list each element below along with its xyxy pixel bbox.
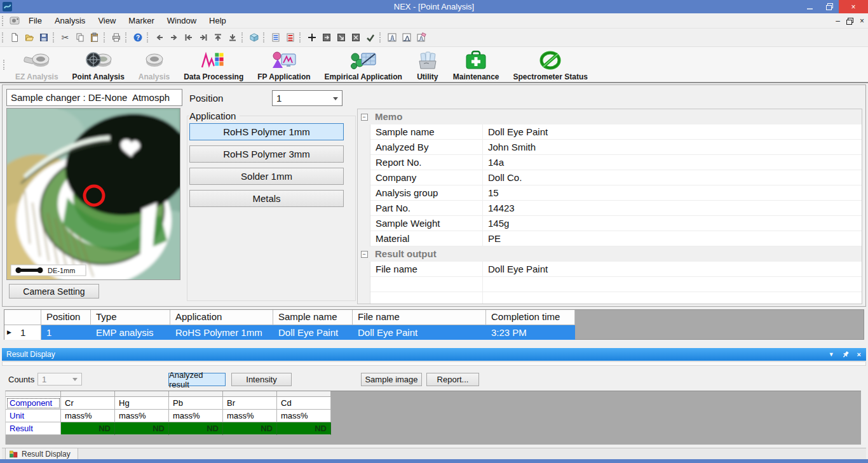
ribbon-spectrometer-status-button[interactable]: Spectrometer Status [506, 48, 595, 82]
move-first-icon[interactable] [181, 30, 196, 45]
menu-view[interactable]: View [92, 13, 122, 29]
cut-icon[interactable]: ✂ [58, 30, 72, 45]
memo-row-value[interactable]: 14a [483, 155, 862, 170]
memo-row-label: Company [370, 170, 483, 185]
queue-header-application[interactable]: Application [170, 310, 273, 325]
window-bottom-border [0, 459, 868, 463]
position-combobox[interactable]: 1 [272, 90, 342, 106]
panel-splitter[interactable] [2, 361, 866, 366]
tab-label: Result Display [22, 450, 71, 459]
help-icon[interactable]: ? [130, 30, 145, 45]
ribbon-fp-application-button[interactable]: FP Application [250, 48, 317, 82]
mdi-minimize-icon[interactable]: – [836, 17, 840, 25]
standard-toolbar: ✂ ? [0, 29, 868, 47]
camera-setting-button[interactable]: Camera Setting [9, 284, 99, 299]
memo-row-value[interactable]: Doll Co. [483, 170, 862, 185]
result-display-panel-titlebar[interactable]: Result Display ▼ × [2, 348, 866, 361]
move-right-icon[interactable] [166, 30, 181, 45]
toolbar-grip [104, 32, 106, 43]
row-gutter [358, 292, 370, 304]
memo-row-value[interactable]: John Smith [483, 140, 862, 155]
application-button-rohs-polymer-3mm[interactable]: RoHS Polymer 3mm [189, 145, 344, 163]
row-selector[interactable]: ▶1 [4, 325, 41, 340]
pin-icon[interactable] [842, 351, 850, 358]
application-button-rohs-polymer-1mm[interactable]: RoHS Polymer 1mm [189, 123, 344, 140]
memo-row-value[interactable]: 15 [483, 185, 862, 201]
menu-analysis[interactable]: Analysis [48, 13, 92, 29]
ribbon-analysis-button[interactable]: Analysis [132, 48, 177, 82]
ribbon-data-processing-button[interactable]: Data Processing [177, 48, 250, 82]
image-nav-1-icon[interactable] [319, 30, 334, 45]
memo-row-value[interactable]: Doll Eye Paint [483, 124, 862, 140]
move-top-icon[interactable] [210, 30, 225, 45]
row-gutter [358, 140, 370, 155]
result-display-tab[interactable]: Result Display [5, 448, 78, 460]
close-button[interactable]: × [839, 0, 868, 13]
menu-marker[interactable]: Marker [122, 13, 160, 29]
queue-header-file-name[interactable]: File name [353, 310, 486, 325]
memo-row-label: File name [370, 262, 483, 277]
spectrum-clear-icon[interactable] [414, 30, 428, 45]
spectrum-view-2-icon[interactable] [399, 30, 414, 45]
sample-camera-view[interactable]: DE-1mm [6, 108, 180, 280]
move-last-icon[interactable] [196, 30, 210, 45]
queue-row-selected[interactable]: ▶1 1 EMP analysis RoHS Polymer 1mm Doll … [4, 325, 864, 340]
ribbon-button-label: Empirical Application [325, 72, 402, 81]
queue-header-completion-time[interactable]: Completion time [486, 310, 575, 325]
application-button-metals[interactable]: Metals [189, 190, 344, 207]
sample-cube-icon[interactable] [247, 30, 261, 45]
memo-row-value[interactable]: Doll Eye Paint [483, 262, 862, 277]
ribbon-point-analysis-button[interactable]: Point Analysis [65, 48, 132, 82]
list-view-red-icon[interactable] [283, 30, 297, 45]
toolbar-grip [299, 32, 302, 43]
memo-row-value[interactable]: PE [483, 231, 862, 246]
new-icon[interactable] [7, 30, 22, 45]
queue-header-sample-name[interactable]: Sample name [273, 310, 353, 325]
analyzed-result-button[interactable]: Analyzed result [168, 373, 226, 386]
ribbon-maintenance-button[interactable]: Maintenance [446, 48, 506, 82]
memo-row-value[interactable]: 14423 [483, 201, 862, 216]
memo-row-label [370, 277, 483, 292]
result-display-panel-body: Counts 1 Analyzed result Intensity Sampl… [2, 366, 866, 448]
paste-icon[interactable] [87, 30, 102, 45]
apply-check-icon[interactable] [363, 30, 377, 45]
mdi-close-icon[interactable]: × [860, 17, 864, 25]
panel-close-icon[interactable]: × [857, 351, 861, 358]
point-add-icon[interactable] [304, 30, 319, 45]
image-nav-3-icon[interactable] [348, 30, 363, 45]
application-button-solder-1mm[interactable]: Solder 1mm [189, 168, 344, 185]
print-icon[interactable] [109, 30, 123, 45]
restore-button[interactable] [820, 0, 839, 13]
move-bottom-icon[interactable] [225, 30, 240, 45]
collapse-icon[interactable]: − [361, 114, 368, 121]
open-icon[interactable] [22, 30, 36, 45]
ribbon-empirical-application-button[interactable]: Empirical Application [318, 48, 409, 82]
point-analysis-form: Sample changer : DE-None Atmosph [2, 84, 866, 307]
menu-help[interactable]: Help [203, 13, 233, 29]
title-bar[interactable]: NEX - [Point Analysis] × [0, 0, 868, 13]
result-cell: ND [61, 422, 115, 435]
memo-row-value[interactable]: 145g [483, 216, 862, 231]
counts-combobox[interactable]: 1 [37, 373, 82, 386]
image-nav-2-icon[interactable] [334, 30, 348, 45]
intensity-button[interactable]: Intensity [231, 373, 292, 386]
copy-icon[interactable] [72, 30, 87, 45]
mdi-restore-icon[interactable] [846, 18, 853, 25]
menu-file[interactable]: File [22, 13, 48, 29]
queue-header-type[interactable]: Type [91, 310, 170, 325]
minimize-button[interactable] [801, 0, 820, 13]
list-view-blue-icon[interactable] [268, 30, 283, 45]
panel-dropdown-icon[interactable]: ▼ [829, 351, 834, 358]
menu-window[interactable]: Window [161, 13, 203, 29]
spectrum-view-1-icon[interactable] [384, 30, 399, 45]
move-left-icon[interactable] [152, 30, 166, 45]
report-button[interactable]: Report... [426, 373, 479, 386]
queue-header-position[interactable]: Position [41, 310, 91, 325]
counts-label: Counts [8, 375, 34, 384]
sample-image-button[interactable]: Sample image [361, 373, 422, 386]
collapse-icon[interactable]: − [361, 251, 368, 258]
ribbon-ez-analysis-button[interactable]: EZ Analysis [8, 48, 65, 82]
toolbar-grip [379, 32, 382, 43]
save-icon[interactable] [36, 30, 51, 45]
ribbon-utility-button[interactable]: Utility [409, 48, 446, 82]
